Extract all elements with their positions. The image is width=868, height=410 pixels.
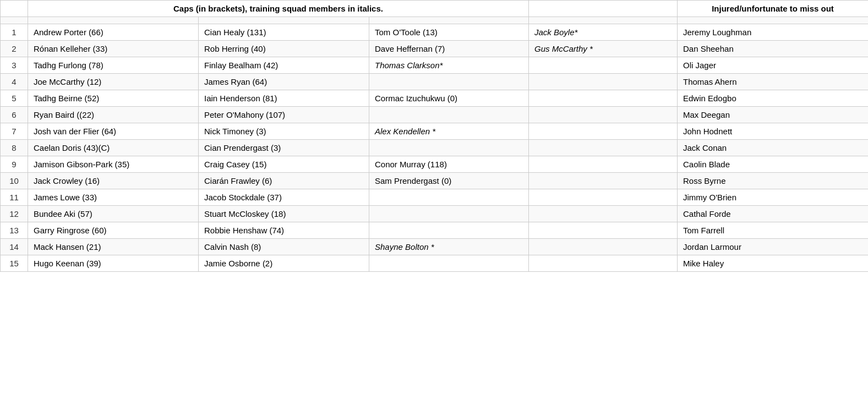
player-col4 (529, 90, 678, 107)
row-number: 3 (1, 57, 28, 74)
row-number: 6 (1, 107, 28, 123)
table-row: 6Ryan Baird ((22)Peter O'Mahony (107)Max… (1, 107, 869, 123)
player-col2: Robbie Henshaw (74) (199, 222, 369, 239)
row-number: 7 (1, 123, 28, 140)
player-col1: Mack Hansen (21) (28, 239, 199, 255)
subheader-col1 (28, 17, 199, 24)
player-col3: Thomas Clarkson* (369, 57, 529, 74)
player-col2: Stuart McCloskey (18) (199, 206, 369, 222)
row-number: 14 (1, 239, 28, 255)
player-injured: Jeremy Loughman (678, 24, 869, 41)
player-col1: Garry Ringrose (60) (28, 222, 199, 239)
subheader-col4 (529, 17, 678, 24)
player-injured: John Hodnett (678, 123, 869, 140)
player-col4 (529, 123, 678, 140)
table-row: 4Joe McCarthy (12)James Ryan (64)Thomas … (1, 74, 869, 90)
player-col1: Tadhg Beirne (52) (28, 90, 199, 107)
player-injured: Cathal Forde (678, 206, 869, 222)
player-col2: Ciarán Frawley (6) (199, 173, 369, 189)
player-injured: Jack Conan (678, 140, 869, 156)
table-row: 3Tadhg Furlong (78)Finlay Bealham (42)Th… (1, 57, 869, 74)
row-number: 9 (1, 156, 28, 173)
player-col1: Rónan Kelleher (33) (28, 41, 199, 57)
row-number: 11 (1, 189, 28, 206)
squad-table: Caps (in brackets), training squad membe… (0, 0, 868, 272)
table-row: 7Josh van der Flier (64)Nick Timoney (3)… (1, 123, 869, 140)
player-col3 (369, 206, 529, 222)
player-injured: Edwin Edogbo (678, 90, 869, 107)
player-injured: Ross Byrne (678, 173, 869, 189)
table-row: 13Garry Ringrose (60)Robbie Henshaw (74)… (1, 222, 869, 239)
player-col2: Peter O'Mahony (107) (199, 107, 369, 123)
player-col3 (369, 255, 529, 272)
player-col1: Tadhg Furlong (78) (28, 57, 199, 74)
table-row: 1Andrew Porter (66)Cian Healy (131)Tom O… (1, 24, 869, 41)
table-row: 12Bundee Aki (57)Stuart McCloskey (18)Ca… (1, 206, 869, 222)
player-col3 (369, 74, 529, 90)
player-col4 (529, 107, 678, 123)
table-row: 15Hugo Keenan (39)Jamie Osborne (2)Mike … (1, 255, 869, 272)
subheader-col5 (678, 17, 869, 24)
table-row: 2Rónan Kelleher (33)Rob Herring (40)Dave… (1, 41, 869, 57)
player-col2: Calvin Nash (8) (199, 239, 369, 255)
player-col1: Josh van der Flier (64) (28, 123, 199, 140)
player-injured: Mike Haley (678, 255, 869, 272)
player-col3 (369, 222, 529, 239)
player-col2: Cian Healy (131) (199, 24, 369, 41)
player-col4 (529, 173, 678, 189)
player-injured: Max Deegan (678, 107, 869, 123)
player-col2: Finlay Bealham (42) (199, 57, 369, 74)
player-col3: Sam Prendergast (0) (369, 173, 529, 189)
player-col3: Dave Heffernan (7) (369, 41, 529, 57)
player-col3: Shayne Bolton * (369, 239, 529, 255)
player-col2: Jacob Stockdale (37) (199, 189, 369, 206)
player-col1: Joe McCarthy (12) (28, 74, 199, 90)
header-note-text: Caps (in brackets), training squad membe… (173, 4, 383, 13)
player-col4 (529, 206, 678, 222)
player-col1: James Lowe (33) (28, 189, 199, 206)
player-col1: Jack Crowley (16) (28, 173, 199, 189)
header-col4 (529, 1, 678, 17)
player-col3: Cormac Izuchukwu (0) (369, 90, 529, 107)
player-col3 (369, 107, 529, 123)
player-col3: Tom O'Toole (13) (369, 24, 529, 41)
player-injured: Tom Farrell (678, 222, 869, 239)
row-number: 1 (1, 24, 28, 41)
row-number: 13 (1, 222, 28, 239)
table-row: 8Caelan Doris (43)(C)Cian Prendergast (3… (1, 140, 869, 156)
row-number: 4 (1, 74, 28, 90)
player-col4 (529, 57, 678, 74)
table-row: 10Jack Crowley (16)Ciarán Frawley (6)Sam… (1, 173, 869, 189)
player-col4 (529, 74, 678, 90)
player-col1: Jamison Gibson-Park (35) (28, 156, 199, 173)
squad-table-container: Caps (in brackets), training squad membe… (0, 0, 868, 272)
player-injured: Dan Sheehan (678, 41, 869, 57)
player-col3: Alex Kendellen * (369, 123, 529, 140)
player-injured: Caolin Blade (678, 156, 869, 173)
player-col3: Conor Murray (118) (369, 156, 529, 173)
header-injured-cell: Injured/unfortunate to miss out (678, 1, 869, 17)
player-col2: Craig Casey (15) (199, 156, 369, 173)
player-col4 (529, 140, 678, 156)
player-col1: Bundee Aki (57) (28, 206, 199, 222)
row-number: 15 (1, 255, 28, 272)
player-col2: Jamie Osborne (2) (199, 255, 369, 272)
player-col4 (529, 255, 678, 272)
subheader-col3 (369, 17, 529, 24)
player-col1: Ryan Baird ((22) (28, 107, 199, 123)
player-col4 (529, 189, 678, 206)
row-number: 12 (1, 206, 28, 222)
subheader-col2 (199, 17, 369, 24)
header-note-cell: Caps (in brackets), training squad membe… (28, 1, 529, 17)
player-col2: James Ryan (64) (199, 74, 369, 90)
player-col2: Iain Henderson (81) (199, 90, 369, 107)
player-col1: Caelan Doris (43)(C) (28, 140, 199, 156)
player-injured: Oli Jager (678, 57, 869, 74)
player-injured: Thomas Ahern (678, 74, 869, 90)
player-col4 (529, 222, 678, 239)
player-col4: Gus McCarthy * (529, 41, 678, 57)
player-col2: Nick Timoney (3) (199, 123, 369, 140)
player-injured: Jordan Larmour (678, 239, 869, 255)
player-injured: Jimmy O'Brien (678, 189, 869, 206)
header-injured-text: Injured/unfortunate to miss out (712, 4, 834, 13)
